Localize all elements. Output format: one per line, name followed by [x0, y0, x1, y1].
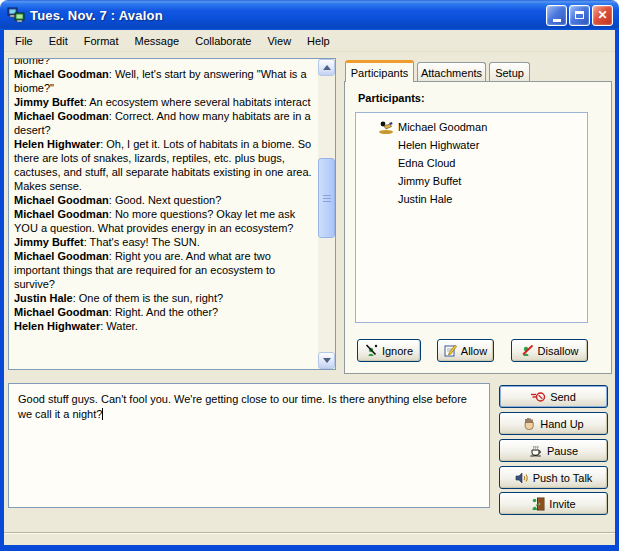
participant-row[interactable]: Edna Cloud	[356, 154, 587, 172]
app-icon[interactable]	[7, 7, 25, 23]
window-frame-bottom	[0, 545, 619, 551]
chat-message: Jimmy Buffet: An ecosystem where several…	[14, 95, 316, 109]
menu-edit[interactable]: Edit	[41, 32, 76, 50]
menu-collaborate[interactable]: Collaborate	[187, 32, 259, 50]
chat-message: Helen Highwater: Oh, I get it. Lots of h…	[14, 137, 316, 193]
menu-file[interactable]: File	[7, 32, 41, 50]
allow-icon	[444, 344, 457, 357]
chat-message: Michael Goodman: Well, let's start by an…	[14, 67, 316, 95]
scroll-up-button[interactable]	[318, 59, 335, 76]
chat-message: Michael Goodman: Right you are. And what…	[14, 249, 316, 291]
maximize-icon	[575, 11, 584, 19]
minimize-icon	[553, 19, 561, 22]
pause-button[interactable]: Pause	[499, 439, 608, 462]
chat-transcript[interactable]: biome? Michael Goodman: Well, let's star…	[8, 58, 336, 370]
maximize-button[interactable]	[569, 5, 590, 26]
participant-row[interactable]: Michael Goodman	[356, 118, 587, 136]
titlebar[interactable]: Tues. Nov. 7 : Avalon ✕	[0, 0, 619, 30]
send-button[interactable]: Send	[499, 385, 608, 408]
menu-view[interactable]: View	[259, 32, 299, 50]
ignore-icon	[365, 344, 378, 357]
arrow-down-icon	[323, 358, 331, 363]
text-caret	[102, 408, 103, 420]
invite-icon	[531, 497, 545, 511]
disallow-icon	[521, 344, 534, 357]
hand-up-icon	[523, 417, 536, 430]
window-frame-right	[615, 30, 619, 551]
chat-message-clipped: biome?	[14, 59, 316, 67]
tab-attachments[interactable]: Attachments	[417, 62, 486, 82]
pause-coffee-icon	[529, 444, 543, 457]
push-to-talk-button[interactable]: Push to Talk	[499, 466, 608, 489]
participants-label: Participants:	[358, 92, 425, 104]
window-title: Tues. Nov. 7 : Avalon	[30, 8, 546, 23]
chat-message: Justin Hale: One of them is the sun, rig…	[14, 291, 316, 305]
menu-help[interactable]: Help	[299, 32, 338, 50]
menu-bar: File Edit Format Message Collaborate Vie…	[4, 30, 615, 52]
participants-listbox[interactable]: Michael Goodman Helen Highwater Edna Clo…	[355, 112, 588, 323]
chat-message: Helen Highwater: Water.	[14, 319, 316, 333]
scroll-down-button[interactable]	[318, 352, 335, 369]
tab-participants[interactable]: Participants	[345, 60, 414, 82]
minimize-button[interactable]	[546, 5, 567, 26]
close-icon: ✕	[597, 9, 607, 21]
hand-up-button[interactable]: Hand Up	[499, 412, 608, 435]
chat-message: Michael Goodman: No more questions? Okay…	[14, 207, 316, 235]
chat-message: Michael Goodman: Correct. And how many h…	[14, 109, 316, 137]
tab-setup[interactable]: Setup	[489, 62, 530, 82]
chat-message: Michael Goodman: Good. Next question?	[14, 193, 316, 207]
speaker-icon	[515, 472, 529, 484]
active-speaker-icon	[378, 120, 394, 134]
participant-row[interactable]: Jimmy Buffet	[356, 172, 587, 190]
menu-message[interactable]: Message	[127, 32, 188, 50]
chat-message: Michael Goodman: Right. And the other?	[14, 305, 316, 319]
ignore-button[interactable]: Ignore	[357, 339, 421, 362]
message-input[interactable]: Good stuff guys. Can't fool you. We're g…	[8, 383, 490, 508]
participant-row[interactable]: Helen Highwater	[356, 136, 587, 154]
status-bar	[4, 532, 615, 545]
chat-message: Jimmy Buffet: That's easy! The SUN.	[14, 235, 316, 249]
scrollbar-thumb[interactable]	[318, 158, 335, 238]
scrollbar-grip-icon	[323, 195, 331, 202]
allow-button[interactable]: Allow	[437, 339, 494, 362]
invite-button[interactable]: Invite	[499, 492, 608, 515]
send-icon	[531, 391, 546, 403]
participant-row[interactable]: Justin Hale	[356, 190, 587, 208]
arrow-up-icon	[323, 65, 331, 70]
application-window: Tues. Nov. 7 : Avalon ✕ File Edit Format…	[0, 0, 619, 551]
close-button[interactable]: ✕	[592, 5, 613, 26]
menu-format[interactable]: Format	[76, 32, 127, 50]
message-input-text: Good stuff guys. Can't fool you. We're g…	[18, 393, 467, 420]
disallow-button[interactable]: Disallow	[511, 339, 588, 362]
transcript-scrollbar[interactable]	[318, 59, 335, 369]
chat-messages: biome? Michael Goodman: Well, let's star…	[9, 59, 318, 369]
